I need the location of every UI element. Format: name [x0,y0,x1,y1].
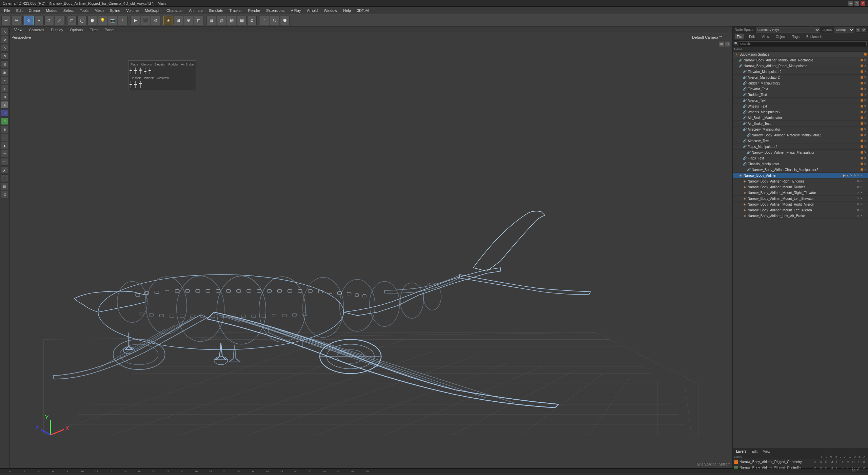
viewport-tab-options[interactable]: Options [68,27,85,33]
tree-item-wheels-text[interactable]: 🔗 Wheels_Text ✕ [733,103,868,109]
smooth-btn[interactable]: ▧ [217,16,226,25]
curve-tool[interactable]: 〰 [1,158,8,166]
snap-tool[interactable]: ⊡ [1,191,8,198]
tri-tool[interactable]: ▲ [1,142,8,149]
cube-btn[interactable]: ◻ [67,16,77,25]
rp-tab-tags[interactable]: Tags [790,34,802,39]
edge-mode-btn[interactable]: ⊞ [174,16,183,25]
menu-simulate[interactable]: Simulate [206,8,226,13]
layers-edit-tab[interactable]: Edit [750,449,759,454]
s-tool-2[interactable]: S [1,109,8,117]
add-tool[interactable]: ⊕ [1,126,8,133]
menu-edit[interactable]: Edit [14,8,25,13]
menu-create[interactable]: Create [26,8,43,13]
tree-item-flaps-manip2[interactable]: 🔗 Flaps_Manipulator2 ✕ [733,144,868,150]
tree-item-subdivision[interactable]: ▲ Subdivision Surface [733,52,868,57]
tree-item-airscrew-text[interactable]: 🔗 Airscrew_Text ✕ [733,138,868,144]
tree-item-panel-manip[interactable]: 🔗 Narrow_Body_Airliner_Panel_Manipulator… [733,63,868,69]
minimize-btn[interactable]: ─ [848,1,853,6]
render-settings-btn[interactable]: ⚙ [151,16,160,25]
vp-expand-btn[interactable]: ⊞ [719,41,724,47]
menu-arnold[interactable]: Arnold [304,8,320,13]
tree-item-manip-rect[interactable]: 🔗 Narrow_Body_Airliner_Manipulator_Recta… [733,57,868,63]
select-tool[interactable]: ↖ [1,28,8,35]
s-tool-1[interactable]: S [1,101,8,109]
render-region-btn[interactable]: ⬛ [141,16,150,25]
rotate-tool-btn[interactable]: ⟳ [44,16,54,25]
settings-icon[interactable]: ⚙ [861,27,866,32]
rp-tab-object[interactable]: Object [774,34,788,39]
menu-tools[interactable]: Tools [77,8,91,13]
tree-item-chassis-manip2[interactable]: 🔗 Narrow_Body_AirlinerChassis_Manipulato… [733,167,868,173]
menu-select[interactable]: Select [61,8,77,13]
tree-item-airbrake-manip[interactable]: 🔗 Air_Brake_Manipulator ✕ [733,115,868,121]
rp-tab-file[interactable]: File [735,34,744,39]
sweep-btn[interactable]: ⬢ [280,16,290,25]
s-tool-3[interactable]: S [1,117,8,125]
undo-btn[interactable]: ↩ [1,16,11,25]
vray-icon[interactable]: V [856,27,861,32]
layers-tab[interactable]: Layers [735,449,748,454]
object-mode-btn[interactable]: ◻ [194,16,203,25]
tree-item-elevator-manip2[interactable]: 🔗 Elevator_Manipulator2 ✕ [733,69,868,75]
menu-3dtoai[interactable]: 3DToAI [354,8,372,13]
tree-item-airscrew-manip2[interactable]: 🔗 Narrow_Body_Airliner_Airscrew_Manipula… [733,132,868,138]
tree-item-aileron-text[interactable]: 🔗 Aileron_Text ✕ [733,98,868,103]
scale-tool[interactable]: ⤡ [1,44,8,52]
subdivide-btn[interactable]: ▦ [206,16,216,25]
layout-select[interactable]: Startup [834,27,854,33]
viewport-tab-filter[interactable]: Filter [87,27,100,33]
fill-tool[interactable]: ⊗ [1,93,8,100]
close-btn[interactable]: ✕ [861,1,865,6]
menu-spline[interactable]: Spline [107,8,123,13]
tree-item-mount-left-ail[interactable]: ◈ Narrow_Body_Airliner_Mount_Left_Ailero… [733,207,868,213]
tree-item-chassis-manip[interactable]: 🔗 Chassis_Manipulator ✕ [733,161,868,167]
tree-item-aileron-manip2[interactable]: 🔗 Aileron_Manipulator2 ✕ [733,75,868,80]
bevel-btn[interactable]: ▨ [227,16,236,25]
tree-item-flaps-text[interactable]: 🔗 Flaps_Text ✕ [733,155,868,161]
paint-tool[interactable]: 🖌 [1,166,8,174]
tree-item-mount-right-ail[interactable]: ◈ Narrow_Body_Airliner_Mount_Right_Ailer… [733,202,868,207]
menu-render[interactable]: Render [245,8,263,13]
maximize-btn[interactable]: □ [854,1,859,6]
tree-item-airbrake-text[interactable]: 🔗 Air_Brake_Text ✕ [733,121,868,127]
tree-item-left-airbrake[interactable]: ◈ Narrow_Body_Airliner_Left_Air_Brake ✕✕… [733,213,868,219]
object-tree[interactable]: ▲ Subdivision Surface 🔗 Narrow_Body_Airl… [733,52,868,448]
menu-mesh[interactable]: Mesh [92,8,106,13]
menu-modes[interactable]: Modes [43,8,60,13]
menu-window[interactable]: Window [321,8,340,13]
rp-tab-edit[interactable]: Edit [747,34,757,39]
menu-volume[interactable]: Volume [124,8,142,13]
menu-animate[interactable]: Animate [186,8,205,13]
object-search-input[interactable] [739,41,867,46]
render-view-btn[interactable]: ▶ [131,16,140,25]
bridge-tool[interactable]: ≡ [1,85,8,92]
rect-tool[interactable]: ◻ [1,134,8,141]
viewport-tab-display[interactable]: Display [49,27,65,33]
rp-tab-bookmarks[interactable]: Bookmarks [804,34,825,39]
rp-tab-view[interactable]: View [760,34,771,39]
move-tool-btn[interactable]: ✦ [34,16,44,25]
vp-maximize-btn[interactable]: □ [725,41,730,47]
tree-item-airscrew-manip[interactable]: 🔗 Airscrew_Manipulator ✕ [733,127,868,132]
cylinder-btn[interactable]: ⬟ [87,16,97,25]
tree-item-flaps-manip[interactable]: 🔗 Narrow_Body_Airliner_Flaps_Manipulator… [733,150,868,155]
sphere-btn[interactable]: ◯ [77,16,87,25]
layer-geometry[interactable]: Narrow_Body_Airliner_Rigged_Geometry ✔ 👁… [733,459,868,465]
tree-item-rudder-text[interactable]: 🔗 Rudder_Text ✕ [733,92,868,98]
add-obj-btn[interactable]: + [118,16,127,25]
menu-character[interactable]: Character [164,8,185,13]
extrude-btn[interactable]: ▩ [237,16,246,25]
tree-item-elevator-text[interactable]: 🔗 Elevator_Text ✕ [733,86,868,92]
knife-tool[interactable]: ✂ [1,77,8,84]
scale-tool-btn[interactable]: ⤢ [55,16,64,25]
viewport-canvas[interactable]: Perspective Default Camera ** [9,33,732,468]
menu-file[interactable]: File [1,8,13,13]
menu-mograph[interactable]: MoGraph [142,8,163,13]
pen-tool[interactable]: ✏ [1,150,8,157]
menu-tracker[interactable]: Tracker [227,8,245,13]
viewport-tab-cameras[interactable]: Cameras [27,27,46,33]
redo-btn[interactable]: ↪ [12,16,21,25]
viewport-tab-view[interactable]: View [12,27,24,33]
node-space-select[interactable]: Current (V-Ray) [756,27,820,33]
